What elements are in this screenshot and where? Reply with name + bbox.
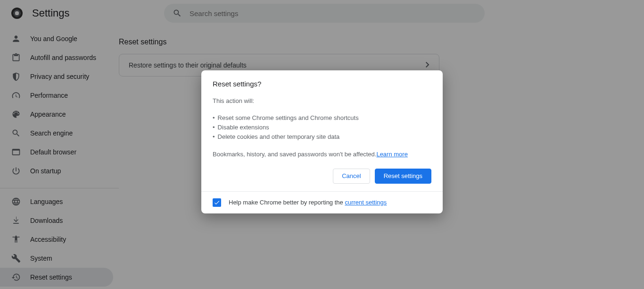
- dialog-title: Reset settings?: [213, 80, 431, 88]
- dialog-note: Bookmarks, history, and saved passwords …: [213, 151, 376, 158]
- current-settings-link[interactable]: current settings: [345, 199, 387, 206]
- report-checkbox[interactable]: [213, 198, 221, 207]
- learn-more-link[interactable]: Learn more: [376, 151, 407, 158]
- dialog-lead: This action will:: [213, 96, 431, 106]
- modal-overlay[interactable]: Reset settings? This action will: Reset …: [0, 0, 644, 289]
- dialog-bullet: Disable extensions: [213, 123, 431, 132]
- dialog-bullet: Reset some Chrome settings and Chrome sh…: [213, 113, 431, 123]
- reset-settings-button[interactable]: Reset settings: [375, 169, 431, 184]
- dialog-bullet: Delete cookies and other temporary site …: [213, 132, 431, 142]
- report-text: Help make Chrome better by reporting the: [229, 199, 345, 206]
- cancel-button[interactable]: Cancel: [333, 169, 370, 184]
- reset-settings-dialog: Reset settings? This action will: Reset …: [201, 70, 443, 213]
